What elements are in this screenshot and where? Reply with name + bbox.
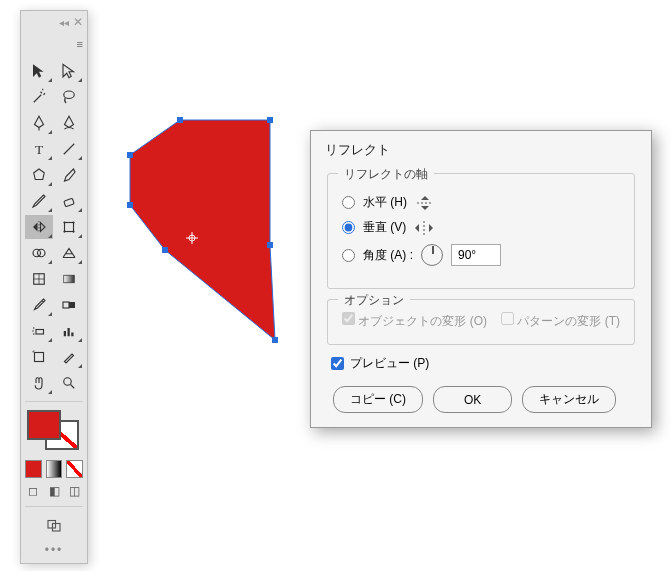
shape-builder-tool[interactable] bbox=[25, 241, 53, 265]
reflect-tool[interactable] bbox=[25, 215, 53, 239]
mesh-tool[interactable] bbox=[25, 267, 53, 291]
lasso-tool[interactable] bbox=[55, 85, 83, 109]
svg-point-8 bbox=[72, 221, 74, 223]
axis-angle-row[interactable]: 角度 (A) : bbox=[342, 244, 620, 266]
fill-stroke-swatch[interactable] bbox=[25, 408, 81, 452]
fill-swatch[interactable] bbox=[27, 410, 61, 440]
svg-rect-32 bbox=[53, 524, 61, 532]
cancel-button[interactable]: キャンセル bbox=[522, 386, 616, 413]
collapse-icon[interactable]: ◂◂ bbox=[59, 17, 69, 28]
svg-line-2 bbox=[64, 144, 75, 155]
symbol-sprayer-tool[interactable] bbox=[25, 319, 53, 343]
copy-button[interactable]: コピー (C) bbox=[333, 386, 423, 413]
slice-tool[interactable] bbox=[55, 345, 83, 369]
angle-dial-icon[interactable] bbox=[421, 244, 443, 266]
gradient-tool[interactable] bbox=[55, 267, 83, 291]
eraser-tool[interactable] bbox=[55, 189, 83, 213]
svg-rect-40 bbox=[127, 202, 133, 208]
svg-rect-26 bbox=[35, 353, 44, 362]
axis-horizontal-label: 水平 (H) bbox=[363, 194, 407, 211]
color-mode-solid[interactable] bbox=[25, 460, 42, 478]
svg-rect-39 bbox=[162, 247, 168, 253]
svg-rect-35 bbox=[177, 117, 183, 123]
close-icon[interactable]: ✕ bbox=[73, 15, 83, 29]
svg-point-21 bbox=[32, 330, 34, 332]
eyedropper-tool[interactable] bbox=[25, 293, 53, 317]
svg-rect-37 bbox=[267, 242, 273, 248]
axis-vertical-radio[interactable] bbox=[342, 221, 355, 234]
svg-rect-16 bbox=[64, 275, 75, 283]
svg-rect-4 bbox=[64, 198, 75, 207]
panel-menu-row: ≡ bbox=[21, 33, 87, 55]
svg-marker-3 bbox=[34, 169, 45, 180]
draw-normal-icon[interactable]: ◻ bbox=[25, 482, 42, 500]
tools-panel: ◂◂ ✕ ≡ T bbox=[20, 10, 88, 564]
free-transform-tool[interactable] bbox=[55, 215, 83, 239]
svg-point-22 bbox=[33, 333, 35, 335]
svg-rect-34 bbox=[127, 152, 133, 158]
svg-point-12 bbox=[38, 249, 46, 257]
canvas-artwork bbox=[110, 100, 300, 403]
paintbrush-tool[interactable] bbox=[55, 163, 83, 187]
axis-horizontal-radio[interactable] bbox=[342, 196, 355, 209]
selected-shape[interactable] bbox=[110, 100, 300, 400]
line-segment-tool[interactable] bbox=[55, 137, 83, 161]
options-group: オプション オブジェクトの変形 (O) パターンの変形 (T) bbox=[327, 299, 635, 345]
panel-menu-icon[interactable]: ≡ bbox=[77, 38, 83, 50]
axis-vertical-label: 垂直 (V) bbox=[363, 219, 406, 236]
options-group-label: オプション bbox=[338, 292, 410, 309]
preview-row[interactable]: プレビュー (P) bbox=[331, 355, 635, 372]
option-object-row: オブジェクトの変形 (O) bbox=[342, 312, 487, 330]
color-mode-none[interactable] bbox=[66, 460, 83, 478]
svg-line-30 bbox=[71, 385, 75, 389]
direct-selection-tool[interactable] bbox=[55, 59, 83, 83]
svg-point-10 bbox=[72, 230, 74, 232]
svg-rect-25 bbox=[71, 333, 73, 337]
draw-behind-icon[interactable]: ◧ bbox=[46, 482, 63, 500]
svg-rect-23 bbox=[64, 331, 66, 336]
polygon-tool[interactable] bbox=[25, 163, 53, 187]
panel-header: ◂◂ ✕ bbox=[21, 11, 87, 33]
preview-label: プレビュー (P) bbox=[350, 355, 429, 372]
artboard-tool[interactable] bbox=[25, 345, 53, 369]
edit-toolbar-icon[interactable]: ••• bbox=[21, 541, 87, 563]
svg-rect-36 bbox=[267, 117, 273, 123]
hand-tool[interactable] bbox=[25, 371, 53, 395]
color-mode-gradient[interactable] bbox=[46, 460, 63, 478]
type-tool[interactable]: T bbox=[25, 137, 53, 161]
svg-text:T: T bbox=[35, 142, 44, 157]
svg-marker-33 bbox=[130, 120, 275, 340]
perspective-grid-tool[interactable] bbox=[55, 241, 83, 265]
axis-horizontal-row[interactable]: 水平 (H) bbox=[342, 194, 620, 211]
angle-input[interactable] bbox=[451, 244, 501, 266]
screen-mode-icon[interactable] bbox=[40, 513, 68, 537]
zoom-tool[interactable] bbox=[55, 371, 83, 395]
selection-tool[interactable] bbox=[25, 59, 53, 83]
svg-rect-18 bbox=[69, 302, 75, 308]
magic-wand-tool[interactable] bbox=[25, 85, 53, 109]
preview-checkbox[interactable] bbox=[331, 357, 344, 370]
divider bbox=[25, 506, 83, 507]
svg-point-7 bbox=[63, 221, 65, 223]
axis-vertical-row[interactable]: 垂直 (V) bbox=[342, 219, 620, 236]
curvature-pen-tool[interactable] bbox=[55, 111, 83, 135]
screen-mode-row bbox=[21, 509, 87, 541]
column-graph-tool[interactable] bbox=[55, 319, 83, 343]
divider bbox=[25, 401, 83, 402]
option-pattern-checkbox bbox=[501, 312, 514, 325]
pencil-tool[interactable] bbox=[25, 189, 53, 213]
svg-rect-24 bbox=[68, 328, 70, 336]
svg-rect-19 bbox=[36, 330, 44, 335]
draw-inside-icon[interactable]: ◫ bbox=[66, 482, 83, 500]
blend-tool[interactable] bbox=[55, 293, 83, 317]
svg-point-9 bbox=[63, 230, 65, 232]
vertical-axis-icon bbox=[414, 220, 438, 236]
dialog-buttons: コピー (C) OK キャンセル bbox=[327, 386, 635, 413]
option-pattern-row: パターンの変形 (T) bbox=[501, 312, 620, 330]
option-pattern-label: パターンの変形 (T) bbox=[517, 314, 620, 328]
axis-angle-radio[interactable] bbox=[342, 249, 355, 262]
svg-rect-31 bbox=[48, 521, 56, 529]
ok-button[interactable]: OK bbox=[433, 386, 512, 413]
reflect-dialog: リフレクト リフレクトの軸 水平 (H) 垂直 (V) 角度 (A) : オプシ… bbox=[310, 130, 652, 428]
pen-tool[interactable] bbox=[25, 111, 53, 135]
